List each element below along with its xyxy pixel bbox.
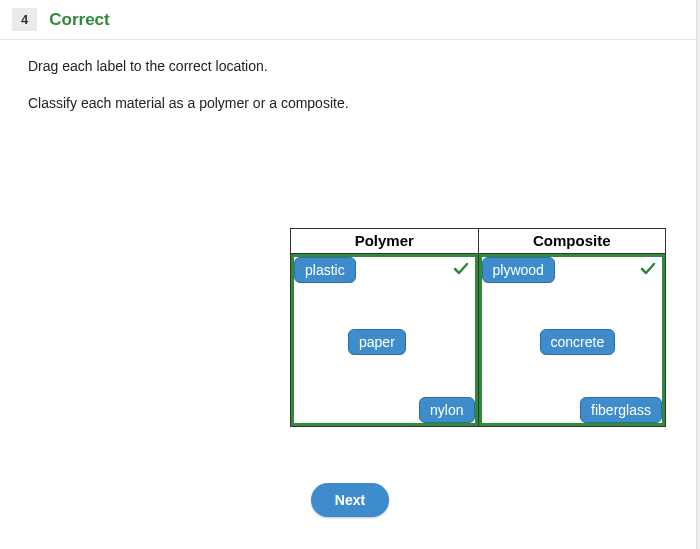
composite-header: Composite bbox=[479, 229, 666, 254]
chip-concrete[interactable]: concrete bbox=[540, 329, 616, 355]
question-header: 4 Correct bbox=[0, 0, 700, 40]
instruction-line-2: Classify each material as a polymer or a… bbox=[28, 93, 672, 114]
instructions: Drag each label to the correct location.… bbox=[0, 40, 700, 134]
check-icon bbox=[640, 261, 656, 280]
check-icon bbox=[453, 261, 469, 280]
chip-fiberglass[interactable]: fiberglass bbox=[580, 397, 662, 423]
next-button-wrap: Next bbox=[0, 483, 700, 517]
chip-plywood[interactable]: plywood bbox=[482, 257, 555, 283]
composite-column: Composite plywood concrete fiberglass bbox=[478, 229, 666, 426]
status-label: Correct bbox=[49, 10, 109, 30]
instruction-line-1: Drag each label to the correct location. bbox=[28, 56, 672, 77]
question-number: 4 bbox=[12, 8, 37, 31]
next-button[interactable]: Next bbox=[311, 483, 389, 517]
classification-table: Polymer plastic paper nylon Composite pl… bbox=[290, 228, 666, 427]
polymer-column: Polymer plastic paper nylon bbox=[291, 229, 478, 426]
chip-paper[interactable]: paper bbox=[348, 329, 406, 355]
polymer-header: Polymer bbox=[291, 229, 478, 254]
chip-plastic[interactable]: plastic bbox=[294, 257, 356, 283]
scrollbar[interactable] bbox=[696, 0, 700, 549]
chip-nylon[interactable]: nylon bbox=[419, 397, 474, 423]
polymer-dropzone[interactable]: plastic paper nylon bbox=[291, 254, 478, 426]
composite-dropzone[interactable]: plywood concrete fiberglass bbox=[479, 254, 666, 426]
